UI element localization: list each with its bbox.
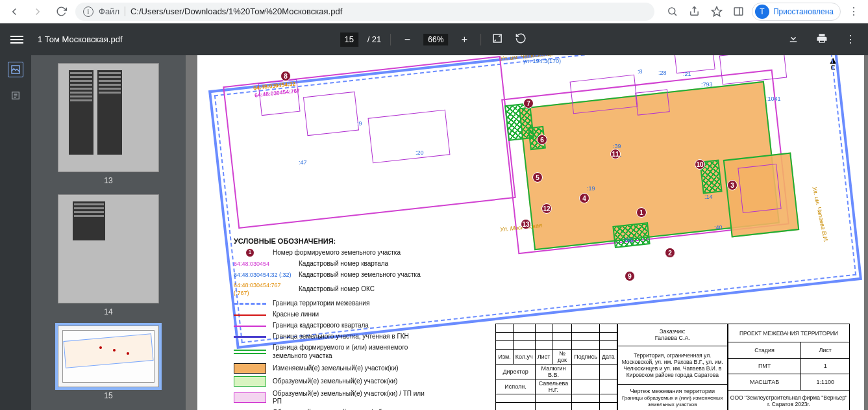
download-button[interactable] [786,32,800,47]
parcel-marker: 8 [280,71,291,81]
parcel-marker: 2 [665,248,675,258]
divider [480,34,481,45]
legend: УСЛОВНЫЕ ОБОЗНАЧЕНИЯ: 1Номер формируемог… [234,237,428,410]
svg-point-0 [669,8,675,14]
back-button[interactable] [5,3,23,21]
url-path: C:/Users/user/Downloads/1%20Том%20Москов… [130,6,342,16]
address-bar[interactable]: i Файл C:/Users/user/Downloads/1%20Том%2… [75,3,654,21]
parcel-marker: 9 [625,271,635,281]
menu-button[interactable] [10,34,23,45]
print-button[interactable] [815,32,829,47]
sidebar [0,55,31,410]
parcel-marker: 5 [532,172,543,183]
parcel-marker: 10 [695,159,705,170]
page-canvas[interactable]: ▲ С [186,55,868,410]
parcel-marker: 7 [523,98,534,109]
bookmark-star-icon[interactable] [708,3,726,21]
thumbnails-panel[interactable]: 13 14 15 [31,55,186,410]
zoom-level[interactable]: 66% [423,34,448,45]
zoom-out-button[interactable]: − [400,34,414,45]
page-number-input[interactable] [340,32,358,47]
thumbnails-tab-icon[interactable] [8,62,23,77]
svg-rect-1 [735,8,743,15]
sidepanel-icon[interactable] [730,3,748,21]
parcel-marker: 11 [610,149,621,159]
more-button[interactable]: ⋮ [843,33,858,45]
url-scheme-label: Файл [99,6,125,16]
pdf-viewer: 13 14 15 ▲ С [0,55,868,410]
page-separator: / 21 [367,34,382,44]
thumbnail-page-13[interactable] [58,63,159,172]
rotate-button[interactable] [514,32,528,47]
parcel-marker: 13 [521,219,531,229]
parcel-marker: 12 [541,203,552,214]
fit-page-button[interactable] [490,32,504,47]
thumbnail-label: 13 [104,176,112,185]
legend-title: УСЛОВНЫЕ ОБОЗНАЧЕНИЯ: [234,237,428,246]
site-info-icon[interactable]: i [83,6,93,17]
parcel-marker: 3 [727,180,738,190]
parcel-marker: 1 [636,207,647,218]
share-icon[interactable] [686,3,704,21]
parcel-marker: 6 [537,135,547,145]
browser-toolbar: i Файл C:/Users/user/Downloads/1%20Том%2… [0,0,868,23]
reload-button[interactable] [52,3,70,21]
zoom-lens-icon[interactable] [663,3,682,21]
thumbnail-label: 14 [104,307,112,316]
pdf-page: ▲ С [197,55,864,410]
profile-avatar: Т [755,5,769,19]
thumbnail-label: 15 [104,391,112,400]
document-title: 1 Том Московская.pdf [38,34,123,44]
parcel-marker: 4 [579,193,589,203]
profile-paused-label: Приостановлена [773,7,834,16]
pdf-toolbar: 1 Том Московская.pdf / 21 − 66% + ⋮ [0,23,868,55]
browser-menu-icon[interactable]: ⋮ [845,3,863,21]
thumbnail-page-14[interactable] [58,194,159,303]
forward-button[interactable] [29,3,47,21]
divider [390,34,391,45]
title-block: Изм.Кол.учЛист№ докПодписьДата ДиректорМ… [495,324,850,410]
thumbnail-page-15[interactable] [58,326,159,387]
outline-tab-icon[interactable] [8,88,23,103]
zoom-in-button[interactable]: + [457,34,471,45]
profile-paused-button[interactable]: Т Приостановлена [752,3,841,21]
